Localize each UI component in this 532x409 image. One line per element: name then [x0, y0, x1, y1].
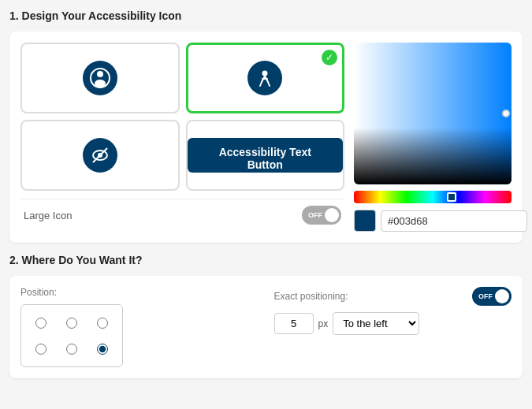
- large-icon-toggle[interactable]: OFF: [302, 206, 341, 225]
- pos-radio-input-1-1[interactable]: [66, 344, 77, 355]
- svg-line-6: [260, 82, 262, 86]
- px-value-input[interactable]: [274, 313, 314, 334]
- pos-radio-0-0[interactable]: [28, 311, 55, 334]
- pos-radio-1-0[interactable]: [28, 337, 55, 360]
- pos-radio-0-1[interactable]: [58, 311, 86, 334]
- eye-circle-icon: [83, 138, 117, 173]
- exact-label-row: Exact positioning: OFF: [274, 287, 512, 306]
- color-canvas[interactable]: [354, 43, 512, 184]
- color-hex-row: [354, 210, 512, 232]
- pos-radio-1-1[interactable]: [58, 337, 86, 360]
- pos-radio-0-2[interactable]: [88, 311, 116, 334]
- exact-toggle-label: OFF: [478, 292, 493, 300]
- pos-radio-input-0-0[interactable]: [35, 318, 47, 329]
- icon-option-1[interactable]: [20, 43, 180, 113]
- large-icon-toggle-label: OFF: [308, 211, 322, 219]
- px-row: px To the left To the right Above Below: [274, 312, 512, 335]
- px-unit-label: px: [318, 318, 329, 329]
- large-icon-row: Large Icon OFF: [20, 199, 344, 231]
- person-circle-icon: [83, 61, 117, 95]
- pos-radio-input-0-1[interactable]: [66, 318, 77, 329]
- direction-select[interactable]: To the left To the right Above Below: [333, 312, 419, 335]
- hue-thumb[interactable]: [447, 192, 456, 202]
- selected-check-icon: ✓: [322, 50, 337, 65]
- pos-radio-1-2[interactable]: [88, 337, 116, 360]
- pos-radio-input-1-2[interactable]: [97, 344, 108, 355]
- hue-bar[interactable]: [354, 191, 512, 203]
- color-picker-section: [354, 43, 512, 232]
- color-gradient: [354, 43, 512, 184]
- icon-option-4[interactable]: Accessibility Text Button: [186, 120, 345, 191]
- pos-radio-input-1-0[interactable]: [35, 344, 47, 355]
- icon-option-3[interactable]: [20, 120, 180, 191]
- pos-radio-input-0-2[interactable]: [97, 318, 108, 329]
- section1-title: 1. Design Your Accessibility Icon: [9, 9, 523, 22]
- person-dynamic-icon: [247, 61, 282, 95]
- exact-positioning-toggle[interactable]: OFF: [472, 287, 512, 306]
- color-dragger[interactable]: [502, 110, 510, 117]
- color-swatch: [354, 210, 376, 232]
- svg-point-0: [97, 71, 103, 77]
- position-label: Position:: [20, 287, 259, 298]
- icon-option-2[interactable]: ✓: [186, 43, 345, 113]
- color-hex-input[interactable]: [381, 210, 527, 232]
- accessibility-text-button[interactable]: Accessibility Text Button: [188, 138, 344, 173]
- icon-grid: ✓: [20, 43, 344, 191]
- where-card: Position:: [9, 276, 523, 378]
- position-grid-box: [20, 304, 123, 367]
- exact-positioning-label: Exact positioning:: [274, 291, 348, 302]
- position-section: Position:: [20, 287, 259, 367]
- section2-title: 2. Where Do You Want It?: [9, 254, 523, 266]
- exact-positioning-section: Exact positioning: OFF px To the left To…: [274, 287, 512, 367]
- position-exact-row: Position:: [20, 287, 512, 367]
- toggle-knob: [325, 208, 339, 222]
- design-icon-card: ✓: [9, 32, 523, 243]
- svg-line-7: [268, 82, 270, 86]
- icon-grid-section: ✓: [20, 43, 344, 232]
- large-icon-label: Large Icon: [24, 210, 72, 221]
- svg-point-3: [262, 71, 268, 76]
- exact-toggle-knob: [495, 289, 509, 303]
